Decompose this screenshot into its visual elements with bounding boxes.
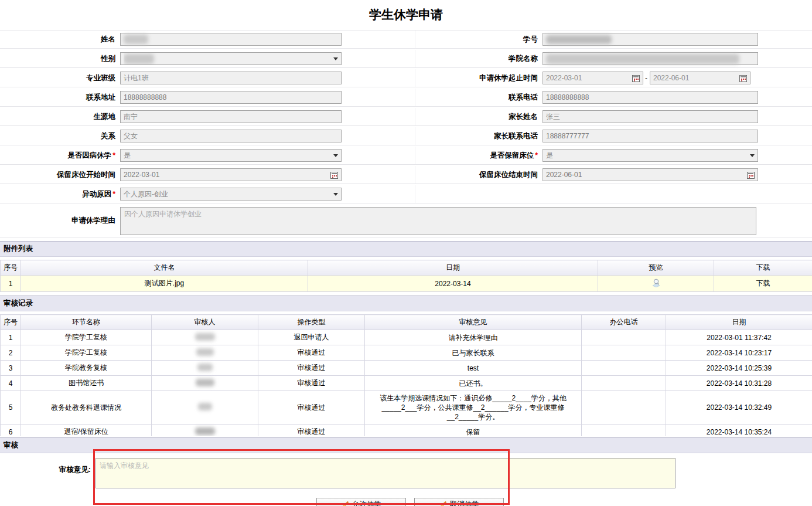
attachments-section-title: 附件列表 — [0, 241, 812, 257]
bed-end-date-field[interactable]: 2022-06-01 — [543, 168, 758, 181]
review-comment-label: 审核意见: — [0, 458, 95, 488]
col-header-action: 操作类型 — [258, 315, 365, 330]
calendar-icon[interactable] — [739, 74, 747, 82]
redacted-value — [124, 54, 154, 64]
calendar-icon[interactable] — [330, 171, 338, 179]
attachment-filename: 测试图片.jpg — [21, 276, 308, 292]
review-no: 6 — [1, 425, 21, 437]
chevron-down-icon — [333, 193, 338, 196]
calendar-icon[interactable] — [747, 171, 755, 179]
chevron-down-icon — [333, 57, 338, 60]
review-section-title: 审核 — [0, 437, 812, 453]
attachments-table: 序号 文件名 日期 预览 下载 1 测试图片.jpg 2022-03-14 下载 — [0, 260, 812, 292]
review-action: 审核通过 — [258, 345, 365, 361]
review-step: 学院教务复核 — [21, 361, 152, 376]
review-comment-input[interactable] — [95, 458, 675, 488]
leave-reason-textarea[interactable]: 因个人原因申请休学创业 — [120, 207, 756, 235]
student-id-label: 学号 — [415, 35, 543, 45]
form-row: 是否因病休学* 是 是否保留床位* 是 — [0, 147, 812, 165]
relation-field[interactable]: 父女 — [120, 130, 342, 142]
parent-name-field[interactable]: 张三 — [543, 110, 758, 123]
review-reviewer — [152, 391, 258, 425]
form-row: 性别 学院名称 — [0, 50, 812, 68]
form-row: 生源地 南宁 家长姓名 张三 — [0, 108, 812, 126]
review-no: 1 — [1, 330, 21, 345]
gender-label: 性别 — [0, 54, 120, 64]
redacted-value — [124, 35, 148, 44]
attachment-no: 1 — [1, 276, 21, 292]
review-row: 1 学院学工复核 退回申请人 请补充休学理由 2022-03-01 11:37:… — [1, 330, 812, 345]
date-range-dash: - — [645, 74, 647, 82]
col-header-comment: 审核意见 — [365, 315, 582, 330]
sick-leave-label: 是否因病休学* — [0, 151, 120, 161]
sick-leave-select[interactable]: 是 — [120, 149, 342, 162]
review-action: 审核通过 — [258, 391, 365, 425]
approve-leave-button[interactable]: 允许休学 — [316, 498, 406, 506]
keep-bed-select[interactable]: 是 — [543, 149, 758, 162]
review-date: 2022-03-14 10:25:39 — [666, 361, 812, 376]
review-row: 5 教务处教务科退课情况 审核通过 该生本学期选课情况如下：通识必修_____2… — [1, 391, 812, 425]
col-header-step: 环节名称 — [21, 315, 152, 330]
review-date: 2022-03-14 10:31:28 — [666, 376, 812, 391]
leave-start-date-field[interactable]: 2022-03-01 — [543, 72, 643, 84]
parent-phone-field[interactable]: 18888777777 — [543, 130, 758, 142]
attachment-date: 2022-03-14 — [308, 276, 598, 292]
parent-name-label: 家长姓名 — [415, 112, 543, 122]
review-action: 审核通过 — [258, 376, 365, 391]
change-reason-select[interactable]: 个人原因-创业 — [120, 188, 342, 201]
form-row: 关系 父女 家长联系电话 18888777777 — [0, 127, 812, 145]
name-field[interactable] — [120, 33, 342, 46]
page-title: 学生休学申请 — [0, 0, 812, 30]
change-reason-label: 异动原因* — [0, 189, 120, 199]
col-header-filename: 文件名 — [21, 260, 308, 276]
relation-label: 关系 — [0, 131, 120, 141]
leave-end-date-field[interactable]: 2022-06-01 — [650, 72, 750, 84]
col-header-date: 日期 — [666, 315, 812, 330]
col-header-reviewer: 审核人 — [152, 315, 258, 330]
review-reviewer — [152, 361, 258, 376]
college-field[interactable] — [543, 52, 758, 65]
keep-bed-label: 是否保留床位* — [415, 151, 543, 161]
form-row: 保留床位开始时间 2022-03-01 保留床位结束时间 2022-06-01 — [0, 166, 812, 184]
contact-phone-field[interactable]: 18888888888 — [543, 91, 758, 104]
calendar-icon[interactable] — [632, 74, 640, 82]
review-date: 2022-03-14 10:35:24 — [666, 425, 812, 437]
review-action-section: 审核 审核意见: 允许休学 取消休学 — [0, 437, 812, 506]
bed-end-label: 保留床位结束时间 — [415, 170, 543, 180]
review-no: 5 — [1, 391, 21, 425]
leave-period-label: 申请休学起止时间 — [415, 73, 543, 83]
review-step: 教务处教务科退课情况 — [21, 391, 152, 425]
student-id-field[interactable] — [543, 33, 758, 46]
bed-start-date-field[interactable]: 2022-03-01 — [120, 168, 342, 181]
contact-address-field[interactable]: 18888888888 — [120, 91, 342, 104]
pencil-icon — [439, 501, 447, 506]
origin-field[interactable]: 南宁 — [120, 110, 342, 123]
magnifier-icon[interactable] — [650, 278, 662, 287]
review-comment: 保留 — [365, 425, 582, 437]
review-date: 2022-03-14 10:32:49 — [666, 391, 812, 425]
col-header-phone: 办公电话 — [582, 315, 666, 330]
review-no: 2 — [1, 345, 21, 361]
redacted-value — [546, 54, 739, 64]
gender-select[interactable] — [120, 52, 342, 65]
review-step: 图书馆还书 — [21, 376, 152, 391]
college-label: 学院名称 — [415, 54, 543, 64]
review-step: 学院学工复核 — [21, 345, 152, 361]
review-phone — [582, 391, 666, 425]
cancel-leave-button[interactable]: 取消休学 — [414, 498, 504, 506]
chevron-down-icon — [333, 154, 338, 157]
col-header-no: 序号 — [1, 260, 21, 276]
col-header-no: 序号 — [1, 315, 21, 330]
form-row: 申请休学理由 因个人原因申请休学创业 — [0, 205, 812, 237]
review-step: 学院学工复核 — [21, 330, 152, 345]
col-header-date: 日期 — [308, 260, 598, 276]
col-header-download: 下载 — [714, 260, 812, 276]
origin-label: 生源地 — [0, 112, 120, 122]
review-phone — [582, 376, 666, 391]
required-asterisk: * — [535, 151, 538, 159]
download-link[interactable]: 下载 — [756, 279, 770, 287]
review-records-wrap: 序号 环节名称 审核人 操作类型 审核意见 办公电话 日期 1 学院学工复核 退… — [0, 311, 812, 436]
review-reviewer — [152, 345, 258, 361]
attachment-preview-cell[interactable] — [598, 276, 714, 292]
major-class-field[interactable]: 计电1班 — [120, 72, 342, 84]
